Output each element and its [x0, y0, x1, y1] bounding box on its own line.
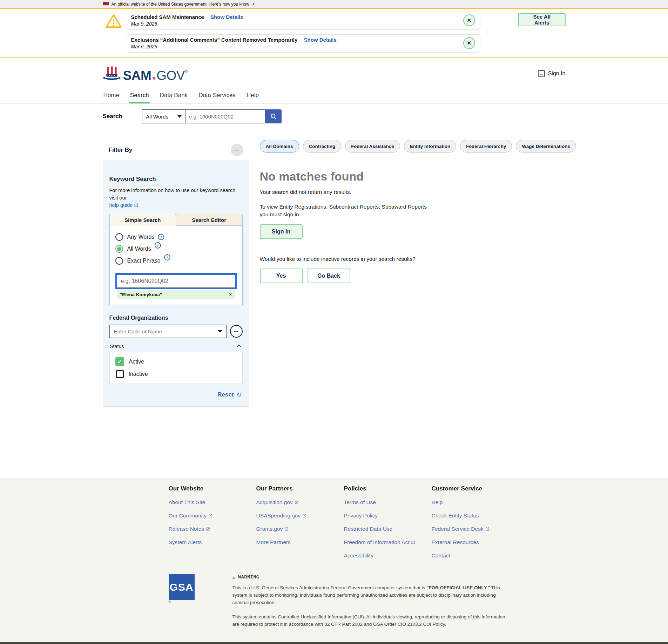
reset-label: Reset	[217, 391, 234, 398]
footer-link-terms-of-use[interactable]: Terms of Use	[344, 499, 432, 506]
main-content: Filter By − Keyword Search For more info…	[0, 129, 668, 478]
header-sign-in-link[interactable]: ← Sign In	[538, 70, 566, 77]
help-guide-link[interactable]: help guide	[109, 202, 139, 208]
footer-column-policies: Policies Terms of Use Privacy Policy Res…	[344, 485, 432, 559]
external-link-icon	[485, 527, 490, 531]
nav-item-home[interactable]: Home	[103, 88, 120, 103]
footer-link-label: Grants.gov	[256, 526, 283, 532]
footer-link-label: Help	[432, 499, 443, 506]
logo-registered-mark: ®	[185, 69, 188, 73]
nav-item-search[interactable]: Search	[129, 88, 150, 103]
footer-link-accessibility[interactable]: Accessibility	[344, 553, 432, 559]
footer-link-external-resources[interactable]: External Resources	[432, 539, 519, 545]
footer-link-help[interactable]: Help	[432, 499, 519, 506]
footer-link-label: USASpending.gov	[256, 513, 301, 519]
federal-orgs-more-button[interactable]: •••	[230, 325, 243, 338]
radio-all-words[interactable]	[115, 245, 123, 253]
radio-all-words-label: All Words	[127, 246, 151, 252]
footer-link-label: External Resources	[432, 539, 479, 545]
footer-link-release-notes[interactable]: Release Notes	[169, 526, 256, 532]
no-matches-heading: No matches found	[260, 170, 576, 183]
nav-item-data-services[interactable]: Data Services	[198, 88, 236, 103]
footer-link-label: Freedom of Information Act	[344, 539, 410, 545]
go-back-button[interactable]: Go Back	[308, 269, 350, 283]
footer-link-label: Accessibility	[344, 553, 373, 559]
identifier-footer: SAM.gov An official website of the U.S. …	[0, 642, 668, 644]
warning-paragraph-1: This is a U.S. General Services Administ…	[232, 584, 513, 606]
footer-link-privacy-policy[interactable]: Privacy Policy	[344, 513, 432, 519]
footer-link-about-this-site[interactable]: About This Site	[169, 499, 256, 506]
pill-contracting[interactable]: Contracting	[303, 140, 342, 152]
footer-link-label: Terms of Use	[344, 499, 376, 506]
uncle-sam-hat-icon	[103, 66, 121, 81]
footer-link-restricted-data-use[interactable]: Restricted Data Use	[344, 526, 432, 532]
search-submit-button[interactable]	[265, 109, 282, 123]
pill-federal-assistance[interactable]: Federal Assistance	[345, 140, 400, 152]
select-caret-icon	[177, 115, 182, 118]
tab-search-editor[interactable]: Search Editor	[176, 214, 243, 226]
footer-link-more-partners[interactable]: More Partners	[256, 539, 344, 545]
footer-heading: Customer Service	[432, 485, 519, 492]
search-mode-select[interactable]: All Words	[142, 109, 185, 123]
footer-link-system-alerts[interactable]: System Alerts	[169, 539, 256, 545]
footer-link-grants-gov[interactable]: Grants.gov	[256, 526, 344, 532]
radio-exact-phrase[interactable]	[115, 257, 123, 265]
alert-close-button[interactable]: ✕	[463, 14, 475, 26]
footer-link-federal-service-desk[interactable]: Federal Service Desk	[432, 526, 519, 532]
gov-banner-link[interactable]: Here's how you know	[209, 2, 249, 7]
footer-link-label: Restricted Data Use	[344, 526, 393, 532]
external-link-icon	[208, 514, 212, 518]
footer-link-contact[interactable]: Contact	[432, 553, 519, 559]
collapse-filters-button[interactable]: −	[231, 144, 243, 156]
radio-any-words[interactable]	[115, 233, 123, 241]
info-icon[interactable]: i	[155, 242, 161, 249]
tab-simple-search[interactable]: Simple Search	[109, 214, 176, 226]
keyword-input[interactable]: e.g. 1606N020Q02	[117, 274, 235, 288]
footer-link-acquisition-gov[interactable]: Acquisition.gov	[256, 499, 344, 506]
federal-orgs-placeholder: Enter Code or Name	[114, 328, 162, 334]
see-all-alerts-button[interactable]: See All Alerts	[518, 13, 566, 26]
search-label: Search	[103, 113, 123, 120]
alert-close-button[interactable]: ✕	[463, 37, 475, 49]
ellipsis-icon: •••	[234, 329, 239, 333]
keyword-input-placeholder: e.g. 1606N020Q02	[121, 278, 168, 284]
gov-banner-text: An official website of the United States…	[112, 2, 207, 7]
reset-filters-button[interactable]: Reset ↻	[110, 391, 242, 399]
pill-entity-information[interactable]: Entity Information	[404, 140, 457, 152]
info-icon[interactable]: i	[158, 234, 164, 240]
search-icon	[270, 113, 277, 120]
footer-link-label: Privacy Policy	[344, 513, 378, 519]
alert-show-details-link[interactable]: Show Details	[304, 37, 336, 43]
nav-item-help[interactable]: Help	[246, 88, 259, 103]
federal-orgs-combobox[interactable]: Enter Code or Name	[109, 325, 227, 338]
site-footer: Our Website About This Site Our Communit…	[0, 478, 668, 642]
footer-link-label: Contact	[432, 553, 450, 559]
sam-gov-logo[interactable]: SAM★GOV®	[103, 66, 188, 81]
footer-heading: Policies	[344, 485, 432, 492]
filter-panel: Filter By − Keyword Search For more info…	[103, 140, 249, 407]
chip-remove-icon[interactable]: ×	[229, 292, 232, 297]
footer-link-usaspending-gov[interactable]: USASpending.gov	[256, 513, 344, 519]
chevron-up-icon[interactable]	[237, 344, 241, 349]
footer-column-customer-service: Customer Service Help Check Entity Statu…	[432, 485, 519, 559]
checkbox-unchecked-icon[interactable]	[116, 370, 124, 378]
footer-link-our-community[interactable]: Our Community	[169, 513, 256, 519]
alert-show-details-link[interactable]: Show Details	[210, 14, 243, 20]
nav-item-data-bank[interactable]: Data Bank	[159, 88, 188, 103]
sign-in-button[interactable]: Sign In	[260, 224, 303, 239]
pill-wage-determinations[interactable]: Wage Determinations	[516, 140, 576, 152]
checkbox-checked-icon[interactable]: ✓	[115, 357, 124, 366]
filter-by-title: Filter By	[109, 147, 133, 154]
text-cursor	[120, 277, 120, 285]
footer-link-check-entity-status[interactable]: Check Entity Status	[432, 513, 519, 519]
status-option-inactive[interactable]: Inactive	[115, 370, 237, 378]
footer-link-foia[interactable]: Freedom of Information Act	[344, 539, 432, 545]
footer-link-label: About This Site	[169, 499, 205, 506]
info-icon[interactable]: i	[164, 254, 170, 260]
yes-button[interactable]: Yes	[260, 269, 303, 283]
footer-link-label: More Partners	[256, 539, 291, 545]
pill-federal-hierarchy[interactable]: Federal Hierarchy	[460, 140, 512, 152]
status-option-active[interactable]: ✓ Active	[115, 357, 237, 366]
search-input[interactable]	[185, 109, 265, 123]
pill-all-domains[interactable]: All Domains	[260, 140, 299, 152]
